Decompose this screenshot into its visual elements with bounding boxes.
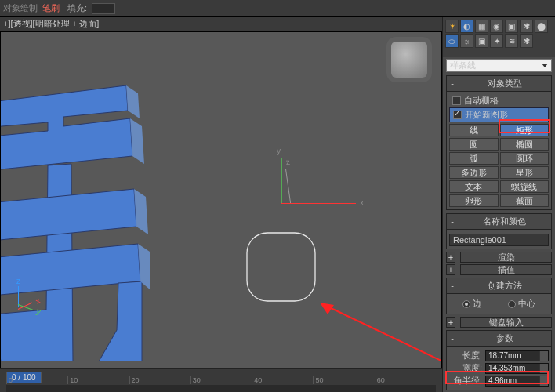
lights-icon[interactable]: ☼ [460, 34, 473, 48]
rollout-creation-method[interactable]: -创建方法 [446, 278, 552, 294]
shape-circle-button[interactable]: 圆 [449, 138, 499, 151]
panel-category-icons: ✶ ◐ ▦ ◉ ▣ ✱ ⬤ ⬭ ☼ ▣ ✦ ≋ ✱ [443, 17, 555, 57]
axis-x [281, 203, 356, 204]
shape-section-button[interactable]: 截面 [500, 194, 550, 207]
shape-rectangle-button[interactable]: 矩形 [500, 124, 550, 136]
autogrid-checkbox[interactable]: 自动栅格 [449, 94, 549, 107]
cameras-icon[interactable]: ▣ [475, 34, 488, 48]
length-spinner[interactable]: 18.77mm [485, 350, 549, 361]
geometry-icon[interactable]: ⬤ [535, 20, 548, 33]
chevron-down-icon [542, 64, 548, 67]
shape-polygon-button[interactable]: 多边形 [449, 166, 499, 179]
fill-label: 填充: [67, 2, 87, 14]
width-spinner[interactable]: 14.353mm [485, 363, 549, 374]
creation-center-radio[interactable]: 中心 [508, 298, 535, 310]
shape-arc-button[interactable]: 弧 [449, 152, 499, 165]
axis-z [285, 169, 291, 203]
shape-helix-button[interactable]: 螺旋线 [500, 180, 550, 193]
creation-edge-radio[interactable]: 边 [462, 298, 481, 310]
rollout-object-type[interactable]: -对象类型 [446, 75, 552, 92]
expand-icon[interactable]: + [446, 317, 455, 328]
shape-donut-button[interactable]: 圆环 [500, 152, 550, 165]
viewport-header[interactable]: +][透视][明暗处理 + 边面] [0, 17, 442, 31]
spline-rounded-rect[interactable] [244, 230, 318, 304]
modify-tab-icon[interactable]: ◐ [460, 20, 473, 33]
helpers-icon[interactable]: ✦ [490, 34, 503, 48]
timeline-track[interactable]: 0 10 20 30 40 50 60 [6, 385, 436, 392]
corner-radius-spinner[interactable]: 4.96mm [485, 376, 549, 387]
spacewarps-icon[interactable]: ≋ [505, 34, 518, 48]
display-tab-icon[interactable]: ▣ [505, 20, 518, 33]
annotation-arrow [320, 299, 442, 368]
corner-label: 角半径: [449, 375, 485, 387]
shape-line-button[interactable]: 线 [449, 124, 499, 136]
obj-draw-label: 对象绘制 [3, 2, 38, 14]
expand-icon[interactable]: + [446, 252, 455, 263]
motion-tab-icon[interactable]: ◉ [490, 20, 503, 33]
object-name-input[interactable]: Rectangle001 [449, 234, 549, 246]
dropdown-value: 样条线 [450, 60, 476, 71]
viewport-header-label: +][透视][明暗处理 + 边面] [3, 18, 99, 30]
shape-egg-button[interactable]: 卵形 [449, 194, 499, 207]
start-new-shape-toggle[interactable]: 开始新图形 [449, 107, 549, 122]
viewport-perspective[interactable] [0, 31, 442, 368]
command-panel: ✶ ◐ ▦ ◉ ▣ ✱ ⬤ ⬭ ☼ ▣ ✦ ≋ ✱ 样条线 -对象类型 自动栅格… [442, 17, 555, 392]
rollout-name-color[interactable]: -名称和颜色 [446, 213, 552, 230]
shape-ellipse-button[interactable]: 椭圆 [500, 138, 550, 151]
width-label: 宽度: [449, 362, 485, 374]
viewcube[interactable] [391, 42, 427, 78]
utilities-tab-icon[interactable]: ✱ [520, 20, 533, 33]
rollout-render[interactable]: 渲染 [460, 252, 552, 263]
length-label: 长度: [449, 350, 485, 361]
svg-marker-2 [320, 303, 334, 314]
scene-3d-text [0, 79, 150, 361]
top-toolbar: 对象绘制 笔刷 填充: [0, 0, 555, 17]
create-tab-icon[interactable]: ✶ [445, 20, 459, 33]
systems-icon[interactable]: ✱ [520, 34, 533, 48]
rollout-keyboard-entry[interactable]: 键盘输入 [460, 317, 552, 328]
shape-star-button[interactable]: 星形 [500, 166, 550, 179]
shapes-icon[interactable]: ⬭ [445, 34, 459, 48]
timeline-bar: 0 / 100 0 10 20 30 40 50 60 [0, 368, 442, 392]
shape-category-dropdown[interactable]: 样条线 [446, 59, 552, 72]
hierarchy-tab-icon[interactable]: ▦ [475, 20, 488, 33]
shape-text-button[interactable]: 文本 [449, 180, 499, 193]
axis-y [281, 158, 282, 203]
svg-line-1 [328, 307, 442, 368]
rollout-interpolation[interactable]: 插值 [460, 264, 552, 275]
svg-rect-0 [247, 233, 315, 301]
rollout-parameters[interactable]: -参数 [446, 330, 552, 347]
fill-swatch[interactable] [92, 3, 115, 14]
brush-tool-label[interactable]: 笔刷 [42, 2, 60, 14]
expand-icon[interactable]: + [446, 264, 455, 275]
